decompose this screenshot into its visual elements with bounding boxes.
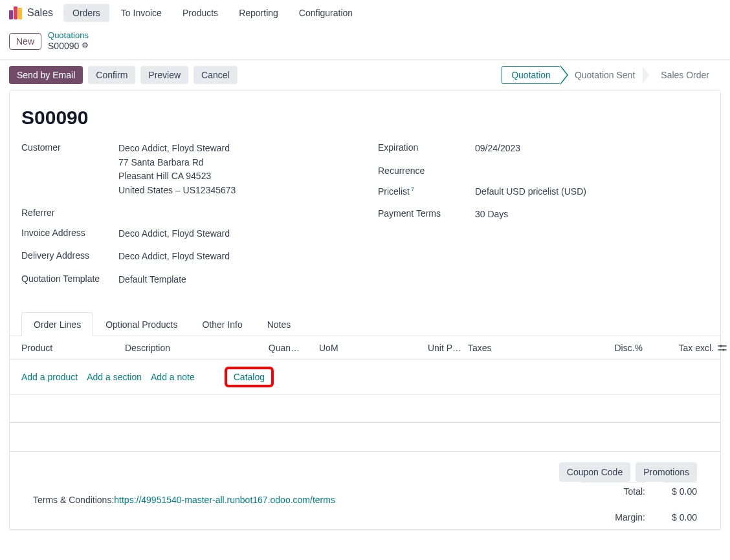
tab-optional-products[interactable]: Optional Products bbox=[93, 312, 190, 336]
col-unit-price[interactable]: Unit P… bbox=[397, 343, 461, 353]
status-quotation[interactable]: Quotation bbox=[502, 66, 560, 84]
app-name[interactable]: Sales bbox=[27, 7, 53, 19]
action-bar: Send by Email Confirm Preview Cancel Quo… bbox=[0, 59, 730, 91]
tab-other-info[interactable]: Other Info bbox=[190, 312, 254, 336]
col-disc[interactable]: Disc.% bbox=[571, 343, 643, 353]
new-button[interactable]: New bbox=[9, 33, 41, 50]
app-logo[interactable] bbox=[9, 6, 22, 19]
payment-terms-label: Payment Terms bbox=[378, 208, 475, 222]
invoice-address-value[interactable]: Deco Addict, Floyd Steward bbox=[118, 227, 230, 241]
cancel-button[interactable]: Cancel bbox=[194, 66, 238, 84]
pricelist-value[interactable]: Default USD pricelist (USD) bbox=[475, 185, 586, 199]
catalog-link[interactable]: Catalog bbox=[225, 367, 274, 387]
quotation-template-label: Quotation Template bbox=[21, 273, 118, 287]
adjust-columns-icon[interactable] bbox=[714, 343, 730, 353]
left-column: Customer Deco Addict, Floyd Steward 77 S… bbox=[21, 142, 352, 296]
svg-point-1 bbox=[720, 345, 722, 347]
right-column: Expiration 09/24/2023 Recurrence Priceli… bbox=[378, 142, 709, 296]
delivery-address-value[interactable]: Deco Addict, Floyd Steward bbox=[118, 250, 230, 264]
col-description[interactable]: Description bbox=[125, 343, 248, 353]
nav-configuration[interactable]: Configuration bbox=[290, 4, 362, 22]
breadcrumb-quotations[interactable]: Quotations bbox=[48, 31, 89, 41]
breadcrumb-row: New Quotations S00090 ⚙ bbox=[0, 26, 730, 56]
recurrence-label: Recurrence bbox=[378, 165, 475, 176]
footer: Coupon Code Promotions Terms & Condition… bbox=[21, 452, 709, 529]
customer-value[interactable]: Deco Addict, Floyd Steward 77 Santa Barb… bbox=[118, 142, 236, 198]
total-label: Total: bbox=[581, 482, 645, 497]
expiration-value[interactable]: 09/24/2023 bbox=[475, 142, 520, 156]
empty-row bbox=[10, 394, 720, 423]
breadcrumb-current: S00090 ⚙ bbox=[48, 41, 89, 51]
col-quantity[interactable]: Quan… bbox=[248, 343, 300, 353]
tabs: Order Lines Optional Products Other Info… bbox=[10, 312, 720, 336]
delivery-address-label: Delivery Address bbox=[21, 250, 118, 264]
terms-row: Terms & Conditions: https://49951540-mas… bbox=[33, 495, 335, 505]
breadcrumb-current-text: S00090 bbox=[48, 41, 79, 51]
help-icon[interactable]: ? bbox=[411, 186, 414, 192]
record-title: S00090 bbox=[21, 107, 709, 129]
add-product-link[interactable]: Add a product bbox=[21, 372, 78, 382]
status-quotation-sent[interactable]: Quotation Sent bbox=[560, 66, 647, 84]
confirm-button[interactable]: Confirm bbox=[88, 66, 135, 84]
terms-label: Terms & Conditions: bbox=[33, 495, 114, 505]
margin-label: Margin: bbox=[606, 512, 645, 522]
pricelist-label: Pricelist? bbox=[378, 185, 475, 199]
send-email-button[interactable]: Send by Email bbox=[9, 66, 83, 84]
payment-terms-value[interactable]: 30 Days bbox=[475, 208, 508, 222]
expiration-label: Expiration bbox=[378, 142, 475, 156]
margin-value: $ 0.00 bbox=[663, 512, 697, 522]
nav-orders[interactable]: Orders bbox=[63, 4, 109, 22]
total-value: $ 0.00 bbox=[663, 482, 697, 497]
gear-icon[interactable]: ⚙ bbox=[82, 41, 89, 50]
nav-reporting[interactable]: Reporting bbox=[230, 4, 287, 22]
status-bar: Quotation Quotation Sent Sales Order bbox=[502, 66, 721, 84]
top-nav: Sales Orders To Invoice Products Reporti… bbox=[0, 0, 730, 26]
tab-notes[interactable]: Notes bbox=[255, 312, 304, 336]
col-taxes[interactable]: Taxes bbox=[461, 343, 571, 353]
terms-link[interactable]: https://49951540-master-all.runbot167.od… bbox=[114, 495, 335, 505]
order-lines-table: Product Description Quan… UoM Unit P… Ta… bbox=[10, 336, 720, 452]
add-section-link[interactable]: Add a section bbox=[87, 372, 142, 382]
referrer-label: Referrer bbox=[21, 207, 118, 218]
promotions-button[interactable]: Promotions bbox=[636, 462, 697, 482]
col-uom[interactable]: UoM bbox=[300, 343, 397, 353]
nav-products[interactable]: Products bbox=[173, 4, 227, 22]
col-product[interactable]: Product bbox=[21, 343, 125, 353]
tab-order-lines[interactable]: Order Lines bbox=[21, 312, 93, 336]
invoice-address-label: Invoice Address bbox=[21, 227, 118, 241]
empty-row bbox=[10, 423, 720, 451]
col-tax-excl[interactable]: Tax excl. bbox=[643, 343, 714, 353]
status-sales-order[interactable]: Sales Order bbox=[647, 66, 721, 84]
preview-button[interactable]: Preview bbox=[140, 66, 188, 84]
nav-to-invoice[interactable]: To Invoice bbox=[112, 4, 171, 22]
quotation-template-value[interactable]: Default Template bbox=[118, 273, 186, 287]
add-note-link[interactable]: Add a note bbox=[151, 372, 195, 382]
form-sheet: S00090 Customer Deco Addict, Floyd Stewa… bbox=[9, 91, 721, 530]
svg-point-3 bbox=[722, 349, 724, 350]
customer-label: Customer bbox=[21, 142, 118, 198]
coupon-code-button[interactable]: Coupon Code bbox=[559, 462, 630, 482]
